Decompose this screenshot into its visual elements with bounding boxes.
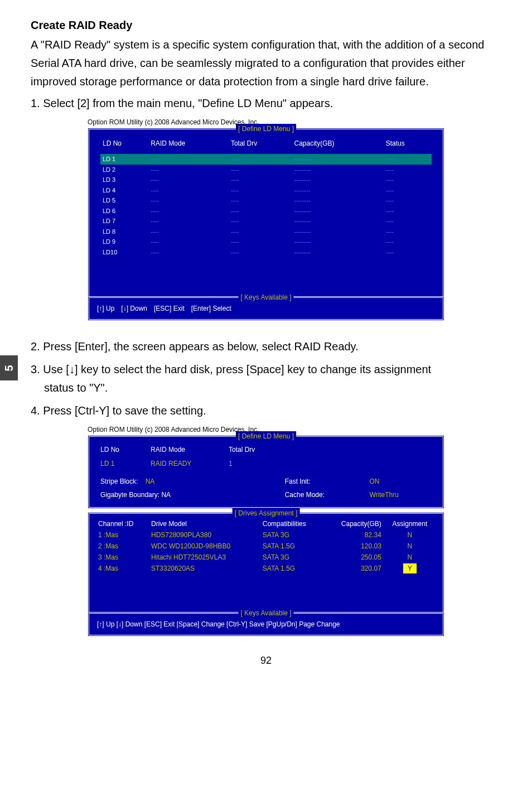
ld-cell: LD 5 (100, 195, 148, 206)
ld-cell: ---- (229, 216, 292, 226)
ld-cell: -------- (292, 165, 383, 175)
bios1-keys-title: [ Keys Available ] (238, 292, 293, 302)
ld-cell: ---- (229, 226, 292, 237)
ld-cell: ---- (148, 154, 229, 165)
ld-cell: ---- (384, 206, 432, 216)
ld-row[interactable]: LD 2-------------------- (100, 165, 432, 175)
ld-cell: LD 7 (100, 216, 148, 226)
drive-capacity: 320.07 (324, 563, 384, 574)
ld-cell: ---- (148, 185, 229, 196)
drives-header: Channel :ID (96, 518, 149, 529)
cache-label: Cache Mode: (285, 488, 370, 502)
bios2-keys-title: [ Keys Available ] (238, 608, 293, 618)
ld-row[interactable]: LD 3-------------------- (100, 175, 432, 185)
drive-channel: 4 :Mas (96, 563, 149, 574)
chapter-tab: 5 (0, 355, 18, 380)
drive-assignment: N (384, 552, 436, 563)
bios2-ldno: LD 1 (100, 457, 151, 470)
ld-cell: LD 8 (100, 226, 148, 237)
ld-cell: ---- (229, 175, 292, 185)
bios2-drv: 1 (229, 457, 285, 470)
ld-header: RAID Mode (148, 135, 229, 154)
ld-cell: ---- (148, 175, 229, 185)
bios-screenshot-2: Option ROM Utility (c) 2008 Advanced Mic… (88, 425, 444, 637)
bios2-h-drv: Total Drv (229, 442, 285, 457)
gb-label: Gigabyte Boundary: NA (100, 488, 285, 502)
ld-cell: ---- (148, 226, 229, 237)
ld-cell: -------- (292, 247, 383, 258)
ld-cell: ---- (148, 237, 229, 247)
drive-capacity: 120.03 (324, 541, 384, 552)
ld-cell: -------- (292, 216, 383, 226)
drive-model: WDC WD1200JD-98HBB0 (149, 541, 260, 552)
step-1: 1. Select [2] from the main menu, "Defin… (31, 94, 501, 113)
drive-channel: 1 :Mas (96, 529, 149, 541)
drives-header: Drive Model (149, 518, 260, 529)
step-2: 2. Press [Enter], the screen appears as … (31, 338, 501, 356)
drive-row[interactable]: 4 :MasST3320620ASSATA 1.5G320.07Y (96, 563, 436, 574)
ld-cell: ---- (229, 195, 292, 206)
intro-text: A "RAID Ready" system is a specific syst… (31, 36, 501, 91)
ld-row[interactable]: LD 4-------------------- (100, 185, 432, 196)
ld-cell: LD 9 (100, 237, 148, 247)
ld-cell: ---- (148, 206, 229, 216)
ld-row[interactable]: LD 7-------------------- (100, 216, 432, 226)
drive-compat: SATA 1.5G (260, 541, 325, 552)
ld-row[interactable]: LD 6-------------------- (100, 206, 432, 216)
ld-cell: ---- (384, 165, 432, 175)
drive-row[interactable]: 3 :MasHitachi HDT725025VLA3SATA 3G250.05… (96, 552, 436, 563)
key-hint: [↓] Down (121, 305, 147, 312)
drive-row[interactable]: 1 :MasHDS728090PLA380SATA 3G82.34N (96, 529, 436, 541)
drives-header: Assignment (384, 518, 436, 529)
ld-cell: ---- (148, 247, 229, 258)
section-heading: Create RAID Ready (31, 17, 501, 33)
ld-cell: ---- (229, 237, 292, 247)
drive-assignment: N (384, 529, 436, 541)
ld-cell: LD10 (100, 247, 148, 258)
fast-label: Fast Init: (285, 475, 370, 488)
drives-header: Capacity(GB) (324, 518, 384, 529)
ld-row[interactable]: LD10-------------------- (100, 247, 432, 258)
ld-cell: -------- (292, 195, 383, 206)
ld-cell: ---- (384, 175, 432, 185)
stripe-label: Stripe Block: (100, 478, 138, 485)
drive-channel: 2 :Mas (96, 541, 149, 552)
ld-row[interactable]: LD 9-------------------- (100, 237, 432, 247)
ld-header: Capacity(GB) (292, 135, 383, 154)
ld-row[interactable]: LD 8-------------------- (100, 226, 432, 237)
key-hint: [↑] Up (97, 305, 114, 312)
ld-cell: ---- (384, 247, 432, 258)
page-number: 92 (31, 653, 501, 668)
ld-cell: ---- (384, 226, 432, 237)
stripe-val: NA (146, 478, 155, 485)
bios2-mode: RAID READY (151, 457, 229, 470)
bios2-title: [ Define LD Menu ] (236, 431, 296, 441)
drive-capacity: 82.34 (324, 529, 384, 541)
ld-cell: ---- (229, 185, 292, 196)
ld-header: Status (384, 135, 432, 154)
bios2-h-mode: RAID Mode (151, 442, 229, 457)
ld-row[interactable]: LD 1-------------------- (100, 154, 432, 165)
ld-cell: LD 4 (100, 185, 148, 196)
key-hint: [Enter] Select (191, 305, 231, 312)
cache-val: WriteThru (369, 488, 432, 502)
drive-assignment: N (384, 541, 436, 552)
ld-cell: ---- (148, 165, 229, 175)
ld-header: Total Drv (229, 135, 292, 154)
step-3b: status to "Y". (44, 379, 501, 397)
drive-model: Hitachi HDT725025VLA3 (149, 552, 260, 563)
ld-cell: -------- (292, 237, 383, 247)
ld-cell: ---- (384, 237, 432, 247)
bios-screenshot-1: Option ROM Utility (c) 2008 Advanced Mic… (88, 117, 444, 321)
drive-compat: SATA 3G (260, 529, 325, 541)
drive-model: ST3320620AS (149, 563, 260, 574)
ld-cell: -------- (292, 175, 383, 185)
ld-cell: LD 6 (100, 206, 148, 216)
drive-compat: SATA 3G (260, 552, 325, 563)
ld-cell: LD 3 (100, 175, 148, 185)
ld-cell: ---- (384, 216, 432, 226)
ld-cell: ---- (229, 154, 292, 165)
step-4: 4. Press [Ctrl-Y] to save the setting. (31, 402, 501, 420)
drive-row[interactable]: 2 :MasWDC WD1200JD-98HBB0SATA 1.5G120.03… (96, 541, 436, 552)
ld-row[interactable]: LD 5-------------------- (100, 195, 432, 206)
